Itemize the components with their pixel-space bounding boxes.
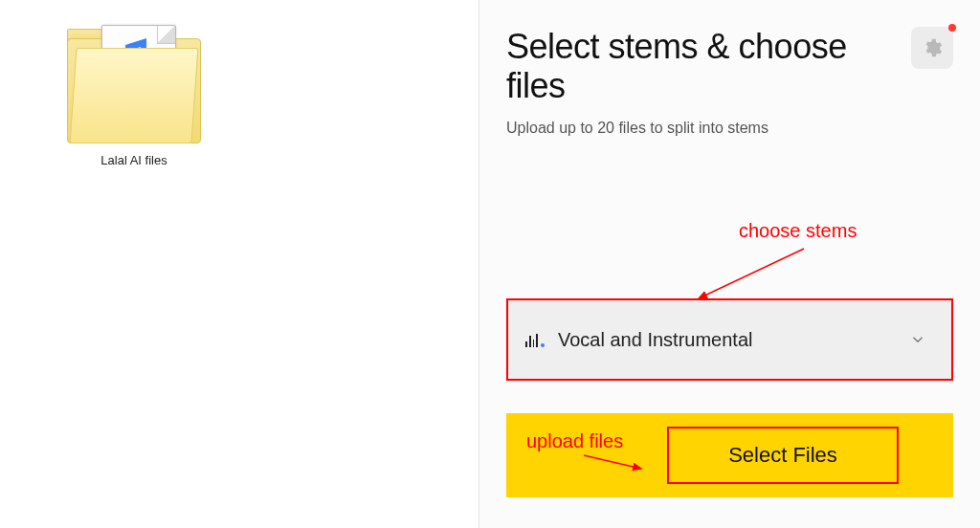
upload-panel: Select stems & choose files Upload up to…: [479, 0, 980, 528]
settings-button[interactable]: [911, 27, 953, 69]
folder-label: Lalal AI files: [57, 153, 211, 167]
notification-dot-icon: [948, 24, 956, 32]
gear-icon: [922, 37, 943, 58]
select-files-label: Select Files: [728, 443, 837, 468]
stems-dropdown-label: Vocal and Instrumental: [558, 329, 909, 351]
waveform-icon: [525, 332, 545, 347]
chevron-down-icon: [909, 331, 926, 348]
folder-icon: MP3: [67, 29, 201, 143]
page-subtitle: Upload up to 20 files to split into stem…: [506, 120, 953, 137]
select-files-button[interactable]: Select Files: [506, 413, 953, 497]
page-title: Select stems & choose files: [506, 27, 870, 106]
desktop-folder[interactable]: MP3 Lalal AI files: [57, 29, 211, 167]
stems-dropdown[interactable]: Vocal and Instrumental: [506, 298, 953, 381]
